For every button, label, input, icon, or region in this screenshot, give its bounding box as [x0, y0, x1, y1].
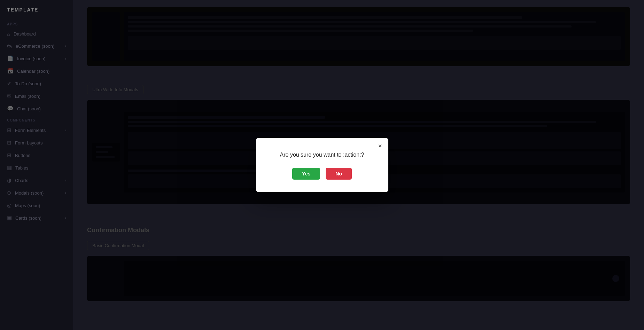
modal-overlay[interactable]: × Are you sure you want to :action:? Yes…: [0, 0, 644, 330]
modal-buttons: Yes No: [273, 168, 371, 180]
modal-no-button[interactable]: No: [326, 168, 352, 180]
modal-close-button[interactable]: ×: [378, 143, 382, 149]
modal-box: × Are you sure you want to :action:? Yes…: [256, 138, 388, 192]
modal-message: Are you sure you want to :action:?: [273, 152, 371, 158]
modal-yes-button[interactable]: Yes: [292, 168, 320, 180]
